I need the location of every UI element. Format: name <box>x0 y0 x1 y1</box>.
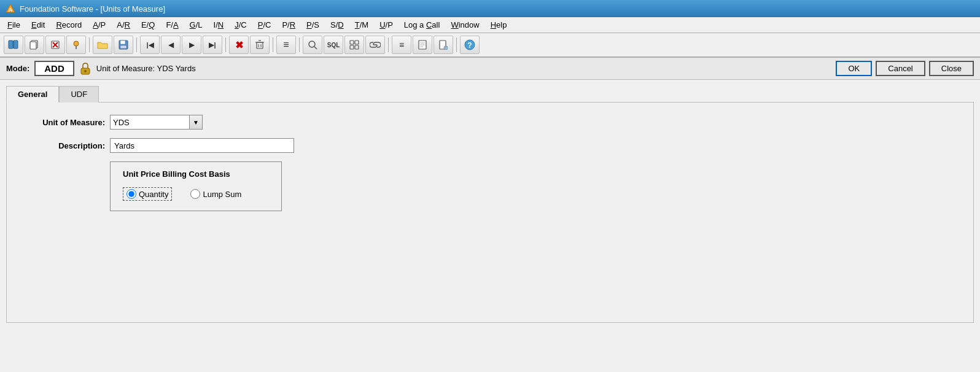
description-label: Description: <box>19 141 105 150</box>
menu-ap[interactable]: A/P <box>88 19 111 31</box>
select-arrow-icon[interactable]: ▼ <box>189 115 203 130</box>
toolbar-sep-2 <box>136 37 137 52</box>
ok-button[interactable]: OK <box>836 61 872 76</box>
svg-rect-6 <box>30 42 36 49</box>
menu-in[interactable]: I/N <box>209 19 229 31</box>
radio-row: Quantity Lump Sum <box>123 187 269 201</box>
cost-basis-group: Unit Price Billing Cost Basis Quantity L… <box>110 161 282 211</box>
toolbar-sep-6 <box>388 37 389 52</box>
toolbar-help-btn[interactable]: ? <box>460 36 480 54</box>
content-area: General UDF Unit of Measure: YDS ▼ Descr… <box>0 80 980 372</box>
mode-bar: Mode: ADD Unit of Measure: YDS Yards OK … <box>0 58 980 80</box>
description-input[interactable] <box>110 138 294 153</box>
main-window: General UDF Unit of Measure: YDS ▼ Descr… <box>0 80 980 372</box>
tabs: General UDF <box>6 86 974 103</box>
menu-gl[interactable]: G/L <box>185 19 208 31</box>
window-title: Foundation Software - [Units of Measure] <box>20 4 165 14</box>
svg-rect-2 <box>9 41 13 48</box>
menu-pc[interactable]: P/C <box>253 19 276 31</box>
title-bar: A Foundation Software - [Units of Measur… <box>0 0 980 17</box>
toolbar-sep-5 <box>299 37 300 52</box>
menu-bar: File Edit Record A/P A/R E/Q F/A G/L I/N… <box>0 17 980 33</box>
toolbar-sql-btn[interactable]: SQL <box>324 36 343 54</box>
cost-basis-title: Unit Price Billing Cost Basis <box>123 169 269 179</box>
menu-edit[interactable]: Edit <box>26 19 50 31</box>
svg-rect-13 <box>120 41 125 44</box>
menu-up[interactable]: U/P <box>375 19 398 31</box>
cancel-button[interactable]: Cancel <box>876 61 925 76</box>
lock-icon <box>79 63 91 75</box>
toolbar-sep-4 <box>273 37 273 52</box>
toolbar-book-btn[interactable] <box>4 36 23 54</box>
toolbar-doc-edit-btn[interactable] <box>434 36 453 54</box>
svg-point-38 <box>84 70 87 72</box>
svg-text:?: ? <box>467 41 472 50</box>
svg-line-21 <box>314 47 317 49</box>
close-button[interactable]: Close <box>929 61 974 76</box>
toolbar-network-btn[interactable] <box>344 36 364 54</box>
toolbar-first-btn[interactable]: |◀ <box>140 36 160 54</box>
tab-udf[interactable]: UDF <box>59 86 99 103</box>
svg-point-20 <box>309 41 315 47</box>
svg-rect-3 <box>14 41 18 48</box>
radio-lumpsum-label: Lump Sum <box>203 190 241 199</box>
toolbar-bullets-btn[interactable]: ≡ <box>392 36 411 54</box>
radio-lumpsum-input[interactable] <box>190 189 200 199</box>
mode-buttons: OK Cancel Close <box>836 61 974 76</box>
toolbar-cancel-btn[interactable]: ✖ <box>229 36 249 54</box>
menu-jc[interactable]: J/C <box>230 19 252 31</box>
menu-tm[interactable]: T/M <box>350 19 373 31</box>
toolbar-close-btn[interactable] <box>45 36 65 54</box>
toolbar: |◀ ◀ ▶ ▶| ✖ ≡ SQL <box>0 33 980 58</box>
svg-text:A: A <box>9 7 13 13</box>
toolbar-pin-btn[interactable] <box>66 36 86 54</box>
svg-rect-25 <box>355 45 359 49</box>
unit-of-measure-select-wrapper: YDS ▼ <box>110 115 203 130</box>
toolbar-link-btn[interactable] <box>365 36 385 54</box>
description-row: Description: <box>19 138 961 153</box>
mode-label: Mode: <box>6 64 29 73</box>
toolbar-folder-btn[interactable] <box>93 36 112 54</box>
svg-rect-14 <box>120 45 126 48</box>
svg-rect-24 <box>350 45 354 49</box>
menu-pr[interactable]: P/R <box>277 19 300 31</box>
toolbar-prev-btn[interactable]: ◀ <box>161 36 181 54</box>
svg-point-10 <box>74 41 79 46</box>
toolbar-copy-btn[interactable] <box>25 36 44 54</box>
menu-ps[interactable]: P/S <box>301 19 324 31</box>
unit-of-measure-select[interactable]: YDS <box>110 115 190 130</box>
toolbar-next-btn[interactable]: ▶ <box>182 36 201 54</box>
svg-rect-15 <box>257 42 263 48</box>
toolbar-sep-7 <box>456 37 457 52</box>
toolbar-last-btn[interactable]: ▶| <box>203 36 222 54</box>
menu-ar[interactable]: A/R <box>112 19 135 31</box>
app-icon: A <box>5 3 16 14</box>
radio-quantity-label: Quantity <box>139 190 168 199</box>
toolbar-doc-btn[interactable] <box>413 36 432 54</box>
svg-rect-22 <box>350 41 354 44</box>
menu-window[interactable]: Window <box>446 19 484 31</box>
toolbar-sep-1 <box>89 37 90 52</box>
toolbar-sep-3 <box>225 37 226 52</box>
radio-lumpsum[interactable]: Lump Sum <box>190 189 241 199</box>
toolbar-list-btn[interactable]: ≡ <box>276 36 296 54</box>
menu-fa[interactable]: F/A <box>161 19 183 31</box>
menu-log-call[interactable]: Log a Call <box>399 19 445 31</box>
menu-file[interactable]: File <box>2 19 25 31</box>
radio-quantity[interactable]: Quantity <box>123 187 172 201</box>
mode-value: ADD <box>34 61 74 76</box>
record-info: Unit of Measure: YDS Yards <box>96 64 831 73</box>
menu-help[interactable]: Help <box>486 19 512 31</box>
menu-record[interactable]: Record <box>51 19 87 31</box>
tab-general[interactable]: General <box>6 86 59 103</box>
menu-sd[interactable]: S/D <box>325 19 349 31</box>
svg-rect-23 <box>355 41 359 44</box>
unit-of-measure-row: Unit of Measure: YDS ▼ <box>19 115 961 130</box>
unit-of-measure-label: Unit of Measure: <box>19 118 105 127</box>
toolbar-delete-btn[interactable] <box>250 36 270 54</box>
tab-panel-general: Unit of Measure: YDS ▼ Description: Unit… <box>6 102 974 323</box>
menu-eq[interactable]: E/Q <box>136 19 160 31</box>
toolbar-save-btn[interactable] <box>114 36 133 54</box>
radio-quantity-input[interactable] <box>126 189 136 199</box>
toolbar-search-btn[interactable] <box>303 36 322 54</box>
